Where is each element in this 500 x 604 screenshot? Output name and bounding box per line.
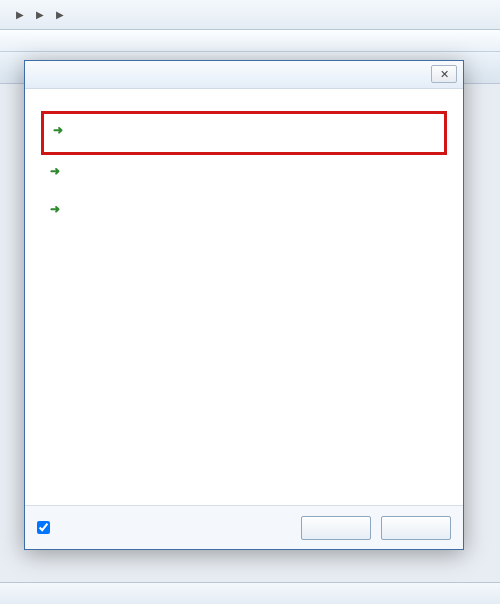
close-button[interactable]: ✕ bbox=[431, 65, 457, 83]
apply-all-checkbox[interactable] bbox=[37, 521, 50, 534]
apply-all-checkbox-row[interactable] bbox=[37, 521, 291, 534]
path-seg-2[interactable] bbox=[26, 12, 34, 18]
chevron-right-icon: ▶ bbox=[36, 9, 44, 20]
option-dont-copy[interactable]: ➜ bbox=[41, 155, 447, 193]
arrow-right-icon: ➜ bbox=[47, 201, 63, 217]
dialog-footer bbox=[25, 505, 463, 549]
chevron-right-icon: ▶ bbox=[56, 9, 64, 20]
copy-file-dialog: ✕ ➜ ➜ bbox=[24, 60, 464, 550]
option-copy-replace[interactable]: ➜ bbox=[41, 111, 447, 155]
skip-button[interactable] bbox=[301, 516, 371, 540]
arrow-right-icon: ➜ bbox=[50, 122, 66, 138]
path-seg-1[interactable] bbox=[6, 12, 14, 18]
status-bar bbox=[0, 582, 500, 604]
dialog-titlebar[interactable]: ✕ bbox=[25, 61, 463, 89]
path-seg-3[interactable] bbox=[46, 12, 54, 18]
chevron-right-icon: ▶ bbox=[16, 9, 24, 20]
menu-bar bbox=[0, 30, 500, 52]
file-row[interactable] bbox=[0, 560, 496, 582]
arrow-right-icon: ➜ bbox=[47, 163, 63, 179]
address-bar[interactable]: ▶ ▶ ▶ bbox=[0, 0, 500, 30]
close-icon: ✕ bbox=[440, 68, 449, 81]
cancel-button[interactable] bbox=[381, 516, 451, 540]
option-keep-both[interactable]: ➜ bbox=[41, 193, 447, 231]
